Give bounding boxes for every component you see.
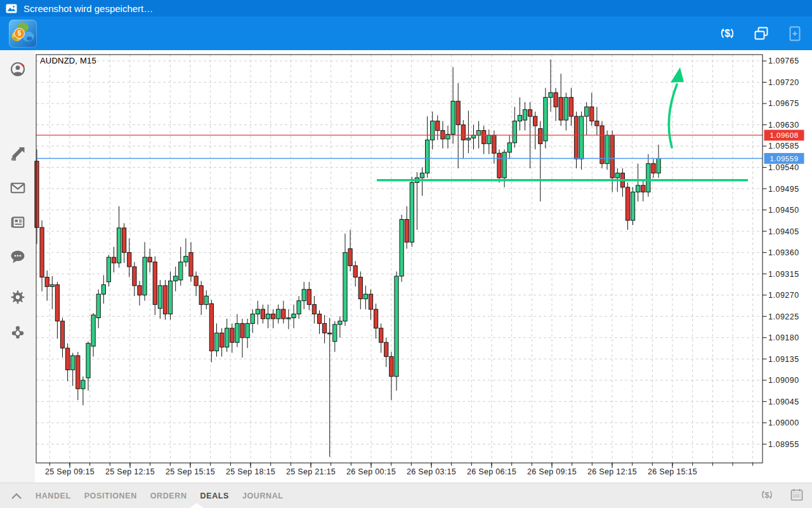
toolbar: 5 $	[0, 17, 812, 50]
svg-text:25 Sep 09:15: 25 Sep 09:15	[45, 467, 95, 476]
svg-text:25 Sep 15:15: 25 Sep 15:15	[166, 467, 215, 476]
svg-text:1.09559: 1.09559	[769, 155, 798, 163]
price-axis-labels: 1.097651.097201.096751.096301.095851.095…	[763, 57, 799, 448]
svg-text:1.09585: 1.09585	[768, 142, 799, 150]
tab-deals[interactable]: DEALS	[200, 491, 229, 500]
svg-text:1.09450: 1.09450	[768, 206, 799, 215]
svg-text:1.09720: 1.09720	[768, 78, 799, 87]
svg-text:1.09315: 1.09315	[768, 270, 799, 279]
svg-text:1.09675: 1.09675	[768, 99, 799, 108]
svg-text:1.09225: 1.09225	[768, 312, 799, 321]
svg-text:1.09000: 1.09000	[768, 418, 799, 427]
screenshot-image-icon	[6, 4, 17, 13]
mt5-app-icon[interactable]: 5	[9, 20, 37, 48]
tab-journal[interactable]: JOURNAL	[242, 491, 284, 500]
svg-text:26 Sep 09:15: 26 Sep 09:15	[527, 467, 577, 476]
svg-text:1.09045: 1.09045	[768, 398, 799, 406]
svg-text:25 Sep 21:15: 25 Sep 21:15	[286, 467, 336, 476]
svg-text:25 Sep 12:15: 25 Sep 12:15	[105, 467, 155, 476]
trade-exchange-icon[interactable]: $	[760, 488, 774, 504]
svg-text:1.09495: 1.09495	[768, 185, 799, 194]
tab-ordern[interactable]: ORDERN	[150, 491, 187, 500]
svg-text:26 Sep 00:15: 26 Sep 00:15	[346, 467, 396, 476]
svg-text:25 Sep 18:15: 25 Sep 18:15	[226, 467, 275, 476]
svg-text:26 Sep 15:15: 26 Sep 15:15	[648, 467, 697, 476]
mt5-five-badge: 5	[14, 28, 25, 39]
svg-text:1.09765: 1.09765	[768, 57, 799, 65]
svg-text:26 Sep 06:15: 26 Sep 06:15	[467, 467, 516, 476]
svg-text:$: $	[724, 28, 730, 39]
tab-handel[interactable]: HANDEL	[36, 491, 71, 500]
current-price-line-badge: 1.09559	[764, 153, 804, 164]
svg-text:26 Sep 03:15: 26 Sep 03:15	[407, 467, 456, 476]
svg-text:1.09180: 1.09180	[768, 333, 799, 342]
status-bar: Screenshot wird gespeichert…	[0, 0, 812, 17]
svg-text:1.08955: 1.08955	[768, 440, 799, 449]
time-axis-labels: 25 Sep 09:1525 Sep 12:1525 Sep 15:1525 S…	[45, 463, 753, 476]
svg-text:1.09608: 1.09608	[769, 131, 798, 139]
svg-text:1.09360: 1.09360	[768, 248, 799, 257]
svg-text:1.09090: 1.09090	[768, 376, 799, 385]
trade-exchange-icon[interactable]: $	[719, 25, 736, 42]
price-chart[interactable]: 1.097651.097201.096751.096301.095851.095…	[0, 50, 812, 483]
svg-text:26 Sep 12:15: 26 Sep 12:15	[587, 467, 637, 476]
calendar-icon[interactable]	[789, 487, 804, 505]
bottom-tab-bar: HANDEL POSITIONEN ORDERN DEALS JOURNAL $	[0, 483, 812, 508]
svg-text:$: $	[764, 490, 769, 499]
tab-positionen[interactable]: POSITIONEN	[84, 491, 137, 500]
symbol-timeframe-label: AUDNZD, M15	[40, 56, 96, 65]
resistance-line-badge: 1.09608	[764, 130, 804, 140]
svg-text:1.09270: 1.09270	[768, 291, 799, 300]
svg-text:1.09135: 1.09135	[768, 355, 799, 364]
status-text: Screenshot wird gespeichert…	[23, 3, 153, 14]
new-order-icon[interactable]	[787, 25, 803, 42]
svg-text:1.09540: 1.09540	[768, 163, 799, 172]
active-tab-notch	[190, 503, 204, 508]
chart-windows-icon[interactable]	[753, 25, 769, 42]
expand-panel-chevron-icon[interactable]	[9, 488, 24, 504]
svg-text:1.09630: 1.09630	[768, 121, 799, 130]
candles-group	[35, 60, 660, 457]
svg-text:1.09405: 1.09405	[768, 227, 799, 236]
